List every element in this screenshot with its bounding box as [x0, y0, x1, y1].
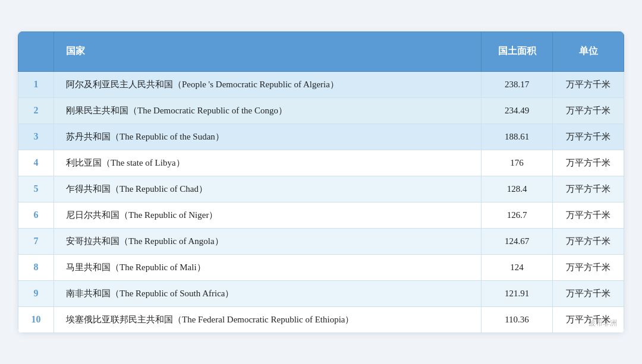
- table-row: 8马里共和国（The Republic of Mali）124万平方千米: [18, 254, 624, 280]
- cell-unit: 万平方千米: [553, 150, 624, 176]
- cell-country: 南非共和国（The Republic of South Africa）: [54, 280, 482, 306]
- table-row: 7安哥拉共和国（The Republic of Angola）124.67万平方…: [18, 228, 624, 254]
- cell-area: 124: [482, 254, 553, 280]
- table-row: 1阿尔及利亚民主人民共和国（People 's Democratic Repub…: [18, 71, 624, 97]
- cell-area: 188.61: [482, 124, 553, 150]
- cell-rank: 3: [18, 124, 54, 150]
- cell-area: 234.49: [482, 97, 553, 124]
- cell-rank: 8: [18, 254, 54, 280]
- table-row: 4利比亚国（The state of Libya）176万平方千米: [18, 150, 624, 176]
- table-body: 1阿尔及利亚民主人民共和国（People 's Democratic Repub…: [18, 71, 624, 333]
- cell-rank: 10: [18, 306, 54, 333]
- cell-country: 安哥拉共和国（The Republic of Angola）: [54, 228, 482, 254]
- table-row: 3苏丹共和国（The Republic of the Sudan）188.61万…: [18, 124, 624, 150]
- cell-country: 埃塞俄比亚联邦民主共和国（The Federal Democratic Repu…: [54, 306, 482, 333]
- header-area: 国土面积: [482, 31, 553, 71]
- cell-unit: 万平方千米: [553, 228, 624, 254]
- cell-rank: 9: [18, 280, 54, 306]
- cell-unit: 万平方千米: [553, 254, 624, 280]
- cell-country: 利比亚国（The state of Libya）: [54, 150, 482, 176]
- cell-area: 110.36: [482, 306, 553, 333]
- cell-area: 126.7: [482, 202, 553, 228]
- cell-unit: 万平方千米: [553, 202, 624, 228]
- table-row: 9南非共和国（The Republic of South Africa）121.…: [18, 280, 624, 306]
- data-table: 排名 国家 国土面积 单位 1阿尔及利亚民主人民共和国（People 's De…: [18, 31, 624, 333]
- cell-area: 124.67: [482, 228, 553, 254]
- table-row: 10埃塞俄比亚联邦民主共和国（The Federal Democratic Re…: [18, 306, 624, 333]
- cell-country: 乍得共和国（The Republic of Chad）: [54, 176, 482, 202]
- cell-rank: 6: [18, 202, 54, 228]
- cell-unit: 万平方千米: [553, 280, 624, 306]
- cell-area: 176: [482, 150, 553, 176]
- cell-rank: 4: [18, 150, 54, 176]
- header-unit: 单位: [553, 31, 624, 71]
- header-rank: 排名: [18, 31, 54, 71]
- table-row: 2刚果民主共和国（The Democratic Republic of the …: [18, 97, 624, 124]
- cell-rank: 1: [18, 71, 54, 97]
- cell-area: 121.91: [482, 280, 553, 306]
- table-row: 5乍得共和国（The Republic of Chad）128.4万平方千米: [18, 176, 624, 202]
- cell-unit: 万平方千米: [553, 124, 624, 150]
- table-row: 6尼日尔共和国（The Republic of Niger）126.7万平方千米: [18, 202, 624, 228]
- cell-country: 马里共和国（The Republic of Mali）: [54, 254, 482, 280]
- cell-country: 苏丹共和国（The Republic of the Sudan）: [54, 124, 482, 150]
- cell-unit: 万平方千米: [553, 176, 624, 202]
- cell-country: 尼日尔共和国（The Republic of Niger）: [54, 202, 482, 228]
- cell-rank: 2: [18, 97, 54, 124]
- table-header-row: 排名 国家 国土面积 单位: [18, 31, 624, 71]
- table-container: 排名 国家 国土面积 单位 1阿尔及利亚民主人民共和国（People 's De…: [18, 31, 624, 333]
- cell-unit: 万平方千米: [553, 97, 624, 124]
- cell-rank: 5: [18, 176, 54, 202]
- header-country: 国家: [54, 31, 482, 71]
- cell-area: 128.4: [482, 176, 553, 202]
- cell-rank: 7: [18, 228, 54, 254]
- cell-unit: 万平方千米: [553, 71, 624, 97]
- cell-country: 阿尔及利亚民主人民共和国（People 's Democratic Republ…: [54, 71, 482, 97]
- watermark-label: 波布非洲: [588, 318, 617, 328]
- cell-country: 刚果民主共和国（The Democratic Republic of the C…: [54, 97, 482, 124]
- cell-area: 238.17: [482, 71, 553, 97]
